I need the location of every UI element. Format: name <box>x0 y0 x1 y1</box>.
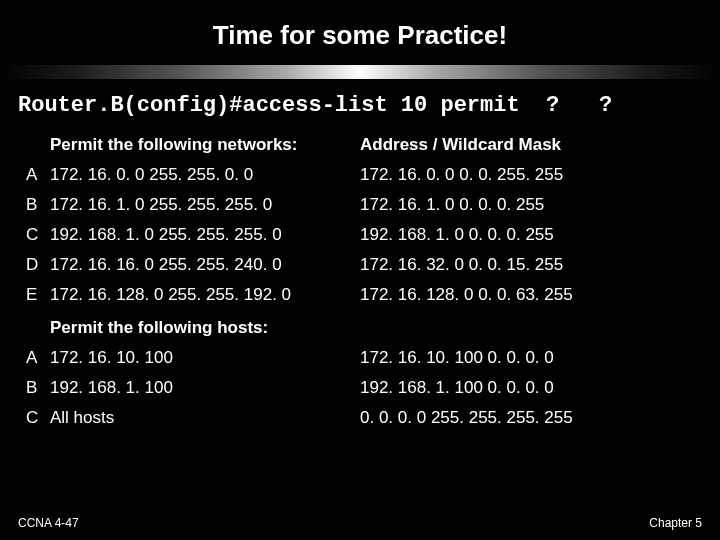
table-row: C 192. 168. 1. 0 255. 255. 255. 0 192. 1… <box>18 220 702 250</box>
row-label: C <box>18 220 46 250</box>
row-mask: 0. 0. 0. 0 255. 255. 255. 255 <box>356 403 702 433</box>
table-row: D 172. 16. 16. 0 255. 255. 240. 0 172. 1… <box>18 250 702 280</box>
table-row: E 172. 16. 128. 0 255. 255. 192. 0 172. … <box>18 280 702 310</box>
row-host: 172. 16. 10. 100 <box>46 343 356 373</box>
practice-table: Permit the following networks: Address /… <box>18 130 702 433</box>
slide-content: Router.B(config)#access-list 10 permit ?… <box>0 79 720 433</box>
row-mask: 172. 16. 10. 100 0. 0. 0. 0 <box>356 343 702 373</box>
row-label: E <box>18 280 46 310</box>
row-label: A <box>18 160 46 190</box>
row-mask: 172. 16. 1. 0 0. 0. 0. 255 <box>356 190 702 220</box>
row-host: 192. 168. 1. 100 <box>46 373 356 403</box>
table-row: B 192. 168. 1. 100 192. 168. 1. 100 0. 0… <box>18 373 702 403</box>
header-hosts: Permit the following hosts: <box>46 310 702 343</box>
table-row: A 172. 16. 10. 100 172. 16. 10. 100 0. 0… <box>18 343 702 373</box>
row-label: B <box>18 190 46 220</box>
row-label: A <box>18 343 46 373</box>
footer-left: CCNA 4-47 <box>18 516 79 530</box>
header-networks: Permit the following networks: <box>46 130 356 160</box>
hosts-header-row: Permit the following hosts: <box>18 310 702 343</box>
row-network: 192. 168. 1. 0 255. 255. 255. 0 <box>46 220 356 250</box>
header-row: Permit the following networks: Address /… <box>18 130 702 160</box>
header-mask: Address / Wildcard Mask <box>356 130 702 160</box>
row-network: 172. 16. 128. 0 255. 255. 192. 0 <box>46 280 356 310</box>
title-underline <box>0 65 720 79</box>
row-mask: 172. 16. 0. 0 0. 0. 255. 255 <box>356 160 702 190</box>
router-command: Router.B(config)#access-list 10 permit ?… <box>18 93 702 118</box>
table-row: A 172. 16. 0. 0 255. 255. 0. 0 172. 16. … <box>18 160 702 190</box>
table-row: C All hosts 0. 0. 0. 0 255. 255. 255. 25… <box>18 403 702 433</box>
row-label: C <box>18 403 46 433</box>
row-mask: 192. 168. 1. 100 0. 0. 0. 0 <box>356 373 702 403</box>
row-network: 172. 16. 16. 0 255. 255. 240. 0 <box>46 250 356 280</box>
row-label: B <box>18 373 46 403</box>
footer-right: Chapter 5 <box>649 516 702 530</box>
row-network: 172. 16. 1. 0 255. 255. 255. 0 <box>46 190 356 220</box>
row-label: D <box>18 250 46 280</box>
slide-title: Time for some Practice! <box>0 0 720 65</box>
row-network: 172. 16. 0. 0 255. 255. 0. 0 <box>46 160 356 190</box>
footer: CCNA 4-47 Chapter 5 <box>0 516 720 530</box>
row-mask: 172. 16. 128. 0 0. 0. 63. 255 <box>356 280 702 310</box>
table-row: B 172. 16. 1. 0 255. 255. 255. 0 172. 16… <box>18 190 702 220</box>
row-host: All hosts <box>46 403 356 433</box>
row-mask: 192. 168. 1. 0 0. 0. 0. 255 <box>356 220 702 250</box>
row-mask: 172. 16. 32. 0 0. 0. 15. 255 <box>356 250 702 280</box>
